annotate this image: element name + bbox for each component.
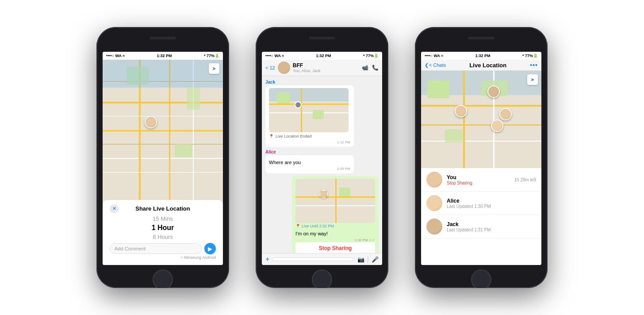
duration-15mins[interactable]: 15 Mins [153,215,173,222]
time-3: 1:32 PM [475,54,491,58]
chat-header: < 12 BFF You, Alice, Jack 📹 📞 [262,60,382,76]
live-location-header: ❮ < Chats Live Location ••• [421,60,541,71]
map-background-1: ➤ [103,60,223,200]
live-until-text: 📍Live Until 2:32 PM [295,224,375,228]
divider-icon: | [367,255,369,263]
back-button-3[interactable]: ❮ < Chats [425,62,446,68]
more-options-button[interactable]: ••• [530,61,538,69]
chat-info: BFF You, Alice, Jack [293,62,359,73]
time-you: 1h 28m left [514,177,536,182]
duration-1hour[interactable]: 1 Hour [152,224,174,232]
chat-members: You, Alice, Jack [293,69,359,73]
user-location-pin-1 [145,116,157,128]
you-text: I'm on my way! [295,231,328,236]
phone-1: ••••○ WA ≈ 1:32 PM * 77%🔋 [96,27,229,288]
carrier-2: ••••○ WA ≈ [265,54,284,58]
navigation-arrow-1[interactable]: ➤ [209,63,219,74]
sender-alice: Alice [265,150,379,154]
participants-list: You Stop Sharing 1h 28m left Alice Last … [421,168,541,265]
status-bar-3: ••••○ WA ≈ 1:32 PM * 77%🔋 [421,52,541,60]
location-ended-text: 📍Live Location Ended [269,133,350,139]
phone2-screen: ••••○ WA ≈ 1:32 PM * 77%🔋 < 12 BFF You, … [262,52,382,265]
bubble-you-location: 📍Live Until 2:32 PM I'm on my way! 1:32 … [292,176,379,253]
sender-jack: Jack [265,80,379,85]
status-bar-1: ••••○ WA ≈ 1:32 PM * 77%🔋 [103,52,223,60]
plus-icon[interactable]: + [265,255,269,263]
name-you: You [447,174,510,181]
message-you-location: 📍Live Until 2:32 PM I'm on my way! 1:32 … [292,176,379,253]
minseung-footer: > Minseung Android [110,255,216,260]
phone-2: ••••○ WA ≈ 1:32 PM * 77%🔋 < 12 BFF You, … [256,27,388,288]
home-button-2[interactable] [312,269,332,288]
avatar-alice [426,195,442,211]
navigation-arrow-3[interactable]: ➤ [527,74,538,85]
map-pin-jack [499,108,512,120]
time-2: 1:32 PM [316,54,331,58]
duration-list: 15 Mins 1 Hour 8 Hours [110,215,216,240]
live-location-title: Live Location [446,62,530,69]
map-pin-you [455,105,467,117]
comment-row: Add Comment ▶ [110,243,216,254]
time-1: 1:32 PM [157,54,172,58]
chat-body: Jack [262,76,382,253]
back-button-2[interactable]: < 12 [265,65,275,70]
chat-input[interactable] [272,257,355,261]
name-jack: Jack [447,221,536,227]
carrier-1: ••••○ WA ≈ [106,54,125,58]
close-button-1[interactable]: ✕ [110,204,119,213]
participant-jack: Jack Last Updated 1:31 PM [421,215,541,238]
video-call-icon[interactable]: 📹 [362,65,368,71]
bubble-jack-location: 📍Live Location Ended 1:12 PM [265,85,354,147]
share-title: Share Live Location [135,205,190,212]
bubble-alice: Where are you 1:25 PM [265,155,354,173]
mic-icon[interactable]: 🎤 [372,256,379,263]
comment-input[interactable]: Add Comment [110,243,202,254]
chat-input-row: + 📷 | 🎤 [262,253,382,265]
home-button-3[interactable] [471,269,491,288]
camera-icon[interactable]: 📷 [357,256,364,263]
back-label-3: < Chats [429,62,446,68]
message-jack-location: Jack [265,80,379,147]
carrier-3: ••••○ WA ≈ [425,54,443,58]
home-button-1[interactable] [153,269,173,288]
participant-alice: Alice Last Updated 1:30 PM [421,192,541,215]
phones-container: ••••○ WA ≈ 1:32 PM * 77%🔋 [96,27,548,288]
map-thumb-jack [269,88,349,132]
name-alice: Alice [447,198,536,204]
status-jack: Last Updated 1:31 PM [447,227,536,232]
status-you[interactable]: Stop Sharing [447,181,510,185]
map-pin-top [487,85,500,98]
duration-8hours[interactable]: 8 Hours [153,234,173,240]
info-alice: Alice Last Updated 1:30 PM [447,198,536,209]
share-panel: ✕ Share Live Location 15 Mins 1 Hour 8 H… [103,200,223,265]
alice-time: 1:25 PM [269,167,350,171]
comment-placeholder: Add Comment [115,246,146,251]
message-alice: Alice Where are you 1:25 PM [265,150,379,173]
chat-icons: 📹 📞 [362,65,379,71]
voice-call-icon[interactable]: 📞 [372,65,379,71]
chat-avatar [278,61,290,74]
status-bar-2: ••••○ WA ≈ 1:32 PM * 77%🔋 [262,52,382,60]
chat-name: BFF [293,62,359,69]
alice-text: Where are you [269,160,301,165]
stop-sharing-button[interactable]: Stop Sharing [295,242,375,253]
avatar-you [426,172,442,188]
phone-3: ••••○ WA ≈ 1:32 PM * 77%🔋 ❮ < Chats Live… [415,27,548,288]
live-map: ➤ [421,71,541,168]
map-pin-alice [491,119,503,132]
phone1-screen: ••••○ WA ≈ 1:32 PM * 77%🔋 [103,52,223,265]
you-time: 1:32 PM ✓✓ [295,238,375,242]
info-jack: Jack Last Updated 1:31 PM [447,221,536,232]
info-you: You Stop Sharing [447,174,510,185]
participant-you: You Stop Sharing 1h 28m left [421,168,541,192]
avatar-jack [426,219,442,234]
phone3-screen: ••••○ WA ≈ 1:32 PM * 77%🔋 ❮ < Chats Live… [421,52,541,265]
map-thumb-you [295,179,375,223]
battery-icon-1: * 77%🔋 [204,54,219,58]
send-button-1[interactable]: ▶ [204,243,216,254]
msg-time-jack: 1:12 PM [269,140,350,144]
share-panel-header: ✕ Share Live Location [110,205,216,212]
status-alice: Last Updated 1:30 PM [447,204,536,209]
